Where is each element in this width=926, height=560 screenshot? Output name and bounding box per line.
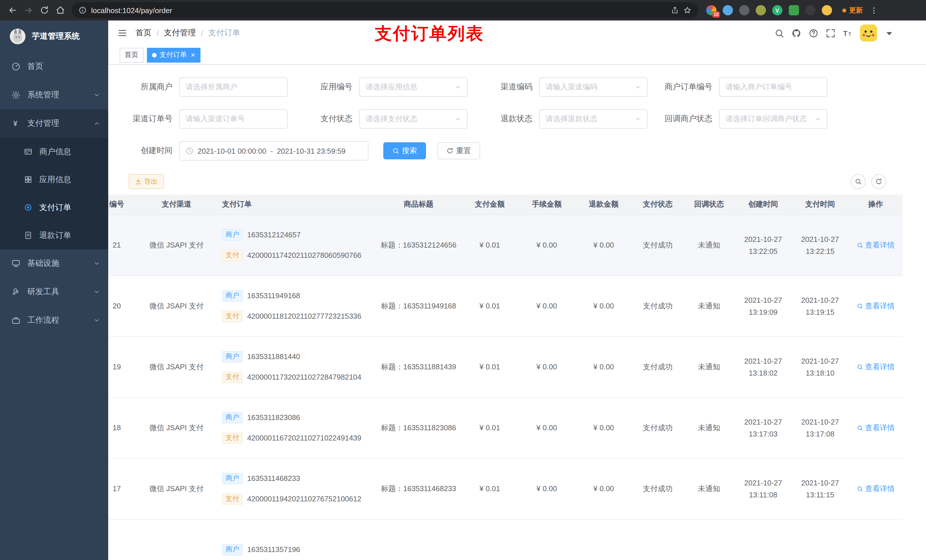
pay-line: 支付4200001174202110278060590766 bbox=[222, 249, 376, 261]
paid-time-cell-line: 2021-10-27 bbox=[791, 416, 849, 428]
chevron-down-icon bbox=[94, 317, 100, 324]
refresh-table-button[interactable] bbox=[872, 174, 886, 189]
filter-select[interactable]: 请选择支付状态 bbox=[359, 109, 468, 128]
amount-cell: ¥ 0.01 bbox=[461, 458, 518, 519]
filter-select[interactable]: 请选择订单回调商户状态 bbox=[719, 109, 828, 128]
view-detail-link[interactable]: 查看详情 bbox=[856, 483, 895, 494]
column-header: 商品标题 bbox=[376, 195, 461, 214]
fontsize-icon[interactable]: TT bbox=[843, 28, 853, 38]
app-logo[interactable]: 芋道管理系统 bbox=[0, 21, 108, 52]
filter-select[interactable]: 请输入渠道编码 bbox=[539, 77, 648, 97]
view-icon bbox=[856, 485, 863, 492]
browser-refresh-button[interactable] bbox=[36, 2, 52, 18]
extension-gray-icon[interactable] bbox=[739, 5, 749, 15]
breadcrumb-item[interactable]: 首页 bbox=[136, 28, 151, 38]
sidebar-item-payment[interactable]: ¥支付管理 bbox=[0, 109, 108, 138]
hamburger-icon[interactable] bbox=[117, 28, 127, 38]
paid-time-cell: 2021-10-2713:17:08 bbox=[791, 397, 849, 458]
sidebar-item-label: 支付管理 bbox=[27, 118, 59, 128]
table-row: 18微信 JSAPI 支付商户1635311823086支付4200001167… bbox=[108, 397, 903, 458]
filter-input[interactable]: 请选择所属商户 bbox=[179, 77, 287, 97]
extension-olive-icon[interactable] bbox=[756, 5, 766, 15]
filter-label: 应用编号 bbox=[301, 82, 359, 92]
browser-forward-button[interactable] bbox=[21, 2, 36, 18]
view-detail-link[interactable]: 查看详情 bbox=[856, 301, 895, 311]
search-button[interactable]: 搜索 bbox=[383, 142, 426, 159]
empty-cell bbox=[791, 519, 849, 560]
empty-cell bbox=[518, 519, 575, 560]
address-bar[interactable]: localhost:1024/pay/order bbox=[72, 2, 698, 18]
refund-cell: ¥ 0.00 bbox=[575, 275, 632, 337]
user-avatar[interactable] bbox=[860, 24, 877, 42]
view-icon bbox=[856, 424, 863, 431]
filter-label: 退款状态 bbox=[481, 114, 539, 124]
merchant-line: 商户1635311823086 bbox=[222, 412, 376, 423]
merchant-order-no: 1635311881440 bbox=[247, 352, 300, 361]
search-icon[interactable] bbox=[775, 28, 784, 38]
pay-order-no: 4200001194202110276752100612 bbox=[247, 495, 362, 503]
view-detail-link[interactable]: 查看详情 bbox=[856, 362, 895, 372]
extension-green-note-icon[interactable] bbox=[789, 5, 799, 15]
merchant-line: 商户1635311357196 bbox=[222, 544, 376, 555]
app-header: 首页/支付管理/支付订单 支付订单列表 TT bbox=[108, 21, 926, 45]
reset-button-label: 重置 bbox=[456, 146, 471, 156]
title-cell: 标题：1635311468233 bbox=[376, 458, 461, 519]
extension-blue-icon[interactable] bbox=[723, 5, 733, 15]
orders-table-container: 编号支付渠道支付订单商品标题支付金额手续金额退款金额支付状态回调状态创建时间支付… bbox=[108, 195, 926, 560]
created-time-cell-line: 2021-10-27 bbox=[735, 294, 791, 306]
orders-table: 编号支付渠道支付订单商品标题支付金额手续金额退款金额支付状态回调状态创建时间支付… bbox=[108, 195, 903, 560]
yen-icon: ¥ bbox=[11, 119, 21, 128]
pay-status-cell: 支付成功 bbox=[632, 337, 683, 397]
export-button[interactable]: 导出 bbox=[129, 174, 164, 189]
extension-green-check-icon[interactable]: V bbox=[772, 5, 782, 15]
browser-menu-icon[interactable] bbox=[870, 6, 878, 15]
placeholder-text: 请输入渠道订单号 bbox=[186, 114, 245, 124]
sidebar-item-refund-order[interactable]: 退款订单 bbox=[0, 221, 108, 249]
sidebar-item-devtools[interactable]: 研发工具 bbox=[0, 278, 108, 306]
sidebar-item-home[interactable]: 首页 bbox=[0, 52, 108, 81]
chevron-down-icon bbox=[814, 116, 821, 122]
browser-back-button[interactable] bbox=[5, 2, 21, 18]
filter-select[interactable]: 请选择应用信息 bbox=[359, 77, 468, 97]
sidebar-item-label: 基础设施 bbox=[27, 258, 59, 269]
caret-down-icon[interactable] bbox=[884, 28, 894, 38]
tab-首页[interactable]: 首页 bbox=[120, 48, 144, 62]
question-icon[interactable] bbox=[809, 28, 819, 38]
breadcrumb-item[interactable]: 支付管理 bbox=[164, 28, 196, 38]
filter-row-2: 渠道订单号请输入渠道订单号支付状态请选择支付状态退款状态请选择退款状态回调商户状… bbox=[108, 109, 926, 128]
sidebar-item-infra[interactable]: 基础设施 bbox=[0, 249, 108, 278]
bookmark-star-icon[interactable] bbox=[683, 6, 691, 14]
extension-dark-icon[interactable] bbox=[805, 5, 816, 15]
browser-home-button[interactable] bbox=[52, 2, 68, 18]
date-range-picker[interactable]: 2021-10-01 00:00:00 - 2021-10-31 23:59:5… bbox=[179, 141, 368, 160]
merchant-tag: 商户 bbox=[222, 290, 243, 301]
pay-order-cell: 商户1635312124657支付42000011742021102780605… bbox=[216, 214, 376, 275]
share-icon[interactable] bbox=[671, 6, 679, 14]
filter-select[interactable]: 请选择退款状态 bbox=[539, 109, 648, 128]
infra-monitor-icon bbox=[11, 259, 21, 268]
extension-face-icon[interactable] bbox=[822, 5, 832, 15]
tab-close-icon[interactable]: × bbox=[191, 51, 195, 59]
paid-time-cell-line: 13:19:15 bbox=[791, 306, 849, 318]
sidebar-item-merchant-info[interactable]: 商户信息 bbox=[0, 138, 108, 166]
sidebar-item-pay-order[interactable]: 支付订单 bbox=[0, 193, 108, 221]
extension-colorful-icon[interactable]: 10 bbox=[706, 5, 716, 15]
sidebar-item-app-info[interactable]: 应用信息 bbox=[0, 166, 108, 193]
browser-update-button[interactable]: 更新 bbox=[838, 3, 867, 17]
sidebar-item-system[interactable]: 系统管理 bbox=[0, 81, 108, 109]
filter-input[interactable]: 请输入渠道订单号 bbox=[179, 109, 287, 128]
fullscreen-icon[interactable] bbox=[826, 28, 835, 38]
view-detail-link[interactable]: 查看详情 bbox=[856, 240, 895, 250]
filter-input[interactable]: 请输入商户订单编号 bbox=[719, 77, 828, 97]
toggle-search-button[interactable] bbox=[851, 174, 865, 189]
site-info-icon[interactable] bbox=[79, 6, 86, 14]
title-cell: 标题：1635311881439 bbox=[376, 337, 461, 397]
channel-cell: 微信 JSAPI 支付 bbox=[137, 458, 216, 519]
breadcrumb-separator: / bbox=[157, 29, 159, 38]
view-detail-link[interactable]: 查看详情 bbox=[856, 423, 895, 433]
sidebar-item-workflow[interactable]: 工作流程 bbox=[0, 306, 108, 335]
created-time-cell-line: 2021-10-27 bbox=[735, 416, 791, 428]
reset-button[interactable]: 重置 bbox=[437, 142, 480, 159]
tab-支付订单[interactable]: 支付订单× bbox=[147, 48, 200, 62]
github-icon[interactable] bbox=[791, 28, 801, 38]
